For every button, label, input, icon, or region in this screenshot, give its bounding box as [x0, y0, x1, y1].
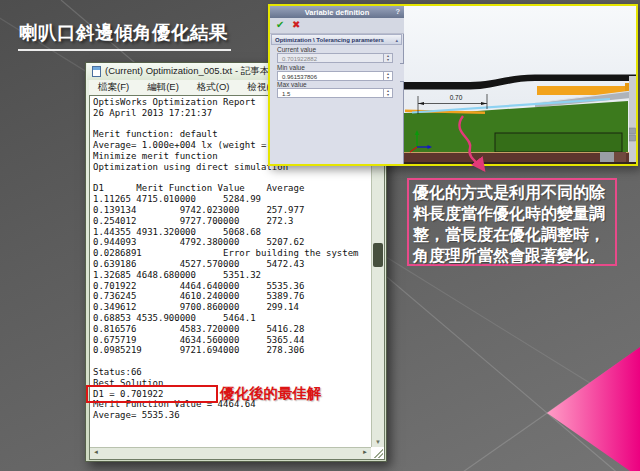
section-header-optimization-parameters[interactable]: Optimization \ Tolerancing parameters ▴ — [271, 34, 402, 45]
menu-item-edit[interactable]: 編輯(E) — [138, 81, 188, 94]
cad-bottom-shadow — [404, 162, 636, 164]
cad-pocket-outline — [495, 133, 622, 152]
best-solution-highlight-box — [86, 385, 218, 403]
menu-item-file[interactable]: 檔案(F) — [89, 81, 138, 94]
cad-scrollbar-button[interactable] — [630, 135, 636, 141]
current-value: 0.701922882 — [282, 56, 317, 62]
cad-dimension-value: 0.70 — [450, 94, 463, 101]
resize-grip[interactable] — [372, 448, 383, 458]
cancel-icon[interactable]: ✖ — [292, 19, 300, 30]
horizontal-scrollbar[interactable]: ◄ ► — [90, 447, 371, 459]
min-value-label: Min value — [277, 64, 305, 71]
dialog-title: Variable definition — [305, 8, 370, 17]
spin-down-icon[interactable]: ▾ — [384, 93, 392, 97]
min-value-field[interactable]: 0.961537806 ▴ ▾ — [277, 71, 393, 81]
max-value-label: Max value — [277, 81, 307, 88]
notepad-icon — [92, 66, 101, 77]
cad-bottom-segment — [600, 152, 614, 162]
max-value-stepper[interactable]: ▴ ▾ — [383, 89, 392, 97]
spin-down-icon[interactable]: ▾ — [384, 76, 392, 80]
min-value: 0.961537806 — [282, 74, 317, 80]
scroll-down-icon[interactable]: ▼ — [372, 437, 384, 447]
vertical-scroll-thumb[interactable] — [373, 243, 383, 267]
cad-view: 0.70 — [404, 6, 636, 164]
current-value-label: Current value — [277, 46, 316, 53]
section-title: Optimization \ Tolerancing parameters — [275, 37, 384, 43]
cad-scrollbar-strip[interactable] — [629, 76, 636, 162]
best-solution-label: 優化後的最佳解 — [220, 384, 322, 403]
help-icon[interactable]: ? — [395, 7, 400, 16]
cad-scrollbar-button[interactable] — [630, 128, 636, 134]
collapse-icon[interactable]: ▴ — [395, 37, 398, 43]
dialog-toolbar: ✔ ✖ — [270, 18, 404, 34]
page-title: 喇叭口斜邊傾角優化結果 — [18, 20, 231, 51]
scroll-right-icon[interactable]: ► — [362, 449, 368, 455]
max-value: 1.5 — [282, 91, 290, 97]
annotation-arrow-icon — [440, 106, 510, 186]
spin-down-icon[interactable]: ▾ — [384, 58, 392, 62]
notepad-window-title: (Current) Optimization_005.txt - 記事本 — [105, 65, 269, 78]
current-value-stepper[interactable]: ▴ ▾ — [383, 54, 392, 62]
explanation-callout: 優化的方式是利用不同的除料長度當作優化時的變量調整，當長度在優化調整時，角度理所… — [407, 178, 617, 266]
current-value-field[interactable]: 0.701922882 ▴ ▾ — [277, 53, 393, 63]
max-value-field[interactable]: 1.5 ▴ ▾ — [277, 88, 393, 98]
scroll-left-icon[interactable]: ◄ — [93, 449, 99, 455]
cad-bottom-segment — [614, 152, 626, 162]
menu-item-format[interactable]: 格式(O) — [188, 81, 239, 94]
confirm-icon[interactable]: ✔ — [276, 19, 284, 30]
min-value-stepper[interactable]: ▴ ▾ — [383, 72, 392, 80]
variable-definition-dialog: Variable definition ? ✔ ✖ Optimization \… — [270, 6, 404, 164]
presentation-slide: 喇叭口斜邊傾角優化結果 (Current) Optimization_005.t… — [0, 0, 640, 471]
dialog-titlebar[interactable]: Variable definition ? — [270, 6, 404, 18]
